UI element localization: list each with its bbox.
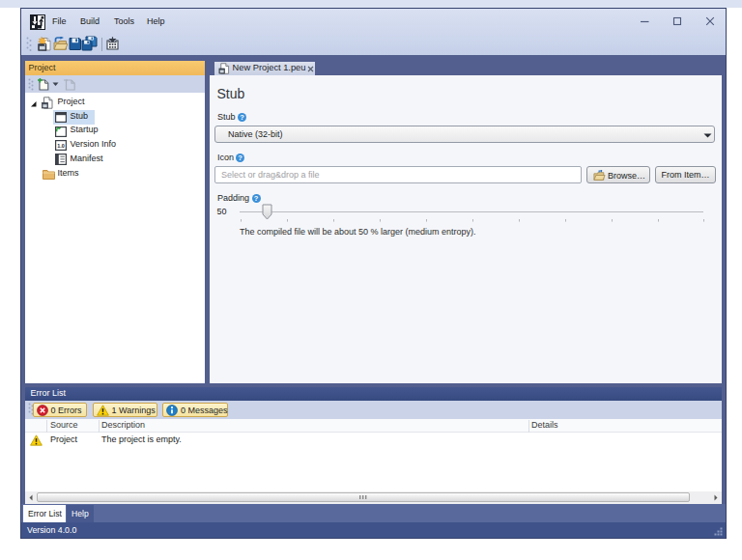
svg-text:1.0: 1.0 (57, 143, 65, 149)
